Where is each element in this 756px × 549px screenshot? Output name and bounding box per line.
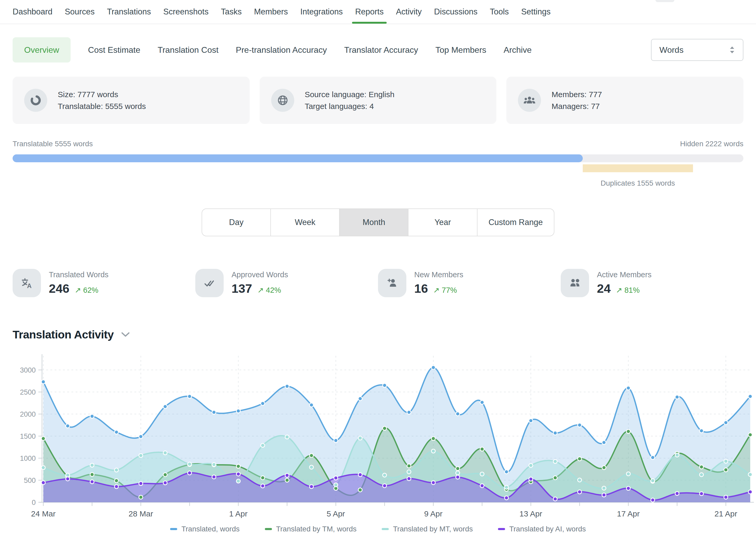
legend-swatch — [265, 528, 272, 530]
globe-icon — [271, 89, 294, 112]
unit-select-value: Words — [659, 45, 684, 55]
range-tab-month[interactable]: Month — [340, 209, 408, 236]
nav-item-discussions[interactable]: Discussions — [434, 0, 477, 24]
legend-swatch — [498, 528, 505, 530]
range-tab-year[interactable]: Year — [408, 209, 477, 236]
svg-text:13 Apr: 13 Apr — [519, 509, 542, 518]
chart-legend: Translated, words Translated by TM, word… — [0, 523, 756, 535]
summary-card-size: Size: 7777 words Translatable: 5555 word… — [13, 77, 250, 124]
range-tabs: Day Week Month Year Custom Range — [202, 208, 554, 236]
legend-swatch — [382, 528, 389, 530]
legend-label: Translated by AI, words — [509, 525, 586, 533]
metric-translated-words: A Translated Words 246 ↗ 62% — [13, 269, 195, 297]
metric-cards: A Translated Words 246 ↗ 62% Approved Wo… — [13, 269, 743, 297]
range-tab-day[interactable]: Day — [202, 209, 271, 236]
metric-active-members: Active Members 24 ↗ 81% — [561, 269, 743, 297]
words-progress: Translatable 5555 words Hidden 2222 word… — [13, 140, 743, 186]
donut-icon — [24, 89, 47, 112]
legend-item-ai[interactable]: Translated by AI, words — [498, 525, 586, 533]
nav-item-screenshots[interactable]: Screenshots — [163, 0, 208, 24]
hidden-label: Hidden 2222 words — [680, 140, 743, 148]
duplicates-label: Duplicates 1555 words — [601, 179, 675, 187]
legend-item-mt[interactable]: Translated by MT, words — [382, 525, 473, 533]
activity-section-header: Translation Activity — [13, 328, 743, 341]
metric-delta: ↗ 62% — [75, 286, 98, 295]
summary-card-languages: Source language: English Target language… — [260, 77, 497, 124]
svg-text:2000: 2000 — [20, 410, 36, 418]
section-title: Translation Activity — [13, 328, 114, 341]
nav-item-dashboard[interactable]: Dashboard — [13, 0, 53, 24]
svg-text:1500: 1500 — [20, 432, 36, 440]
nav-item-sources[interactable]: Sources — [65, 0, 95, 24]
metric-delta: ↗ 77% — [433, 286, 457, 295]
nav-item-reports[interactable]: Reports — [355, 0, 384, 24]
legend-swatch — [170, 528, 177, 530]
sort-arrows-icon — [729, 46, 735, 54]
svg-text:0: 0 — [32, 499, 36, 506]
svg-text:2500: 2500 — [20, 388, 36, 396]
tab-pretranslation-accuracy[interactable]: Pre-translation Accuracy — [236, 45, 327, 55]
legend-item-tm[interactable]: Translated by TM, words — [265, 525, 357, 533]
svg-text:A: A — [27, 282, 31, 289]
svg-text:21 Apr: 21 Apr — [715, 509, 737, 518]
svg-text:9 Apr: 9 Apr — [424, 509, 443, 518]
legend-label: Translated, words — [181, 525, 240, 533]
legend-item-translated[interactable]: Translated, words — [170, 525, 240, 533]
metric-approved-words: Approved Words 137 ↗ 42% — [195, 269, 378, 297]
translatable-line: Translatable: 5555 words — [58, 100, 146, 112]
svg-text:1000: 1000 — [20, 454, 36, 462]
metric-label: Translated Words — [49, 270, 108, 279]
metric-delta: ↗ 81% — [616, 286, 639, 295]
unit-select[interactable]: Words — [651, 39, 743, 61]
duplicates-bar — [583, 164, 693, 172]
tab-translator-accuracy[interactable]: Translator Accuracy — [344, 45, 418, 55]
tab-archive[interactable]: Archive — [504, 45, 532, 55]
metric-label: New Members — [414, 270, 463, 279]
metric-value: 16 — [414, 281, 428, 296]
metric-label: Approved Words — [232, 270, 288, 279]
nav-item-integrations[interactable]: Integrations — [300, 0, 343, 24]
summary-card-members: Members: 777 Managers: 77 — [506, 77, 743, 124]
top-nav: Dashboard Sources Translations Screensho… — [0, 0, 756, 24]
nav-item-tools[interactable]: Tools — [490, 0, 509, 24]
tab-top-members[interactable]: Top Members — [435, 45, 486, 55]
translate-icon: A — [13, 269, 41, 297]
cutoff-toolbar-sliver — [655, 0, 674, 2]
tab-translation-cost[interactable]: Translation Cost — [158, 45, 219, 55]
tab-cost-estimate[interactable]: Cost Estimate — [88, 45, 140, 55]
members-line: Members: 777 — [552, 88, 602, 100]
svg-text:1 Apr: 1 Apr — [229, 509, 248, 518]
person-add-icon — [378, 269, 406, 297]
reports-page: Dashboard Sources Translations Screensho… — [0, 0, 756, 549]
managers-line: Managers: 77 — [552, 100, 602, 112]
range-tab-custom-range[interactable]: Custom Range — [477, 209, 554, 236]
svg-text:500: 500 — [24, 477, 36, 484]
metric-delta: ↗ 42% — [257, 286, 281, 295]
nav-item-translations[interactable]: Translations — [107, 0, 151, 24]
activity-chart: 05001000150020002500300024 Mar28 Mar1 Ap… — [0, 345, 756, 523]
progress-track — [13, 154, 743, 162]
source-language-line: Source language: English — [305, 88, 395, 100]
legend-label: Translated by TM, words — [276, 525, 357, 533]
metric-new-members: New Members 16 ↗ 77% — [378, 269, 561, 297]
translatable-label: Translatable 5555 words — [13, 140, 93, 148]
range-tab-week[interactable]: Week — [271, 209, 340, 236]
progress-fill — [13, 154, 583, 162]
metric-value: 246 — [49, 281, 69, 296]
summary-cards: Size: 7777 words Translatable: 5555 word… — [13, 77, 743, 124]
svg-text:17 Apr: 17 Apr — [617, 509, 640, 518]
chevron-down-icon[interactable] — [121, 332, 130, 337]
target-languages-line: Target languages: 4 — [305, 100, 395, 112]
nav-item-activity[interactable]: Activity — [396, 0, 422, 24]
people-pair-icon — [561, 269, 589, 297]
nav-item-members[interactable]: Members — [254, 0, 288, 24]
metric-value: 137 — [232, 281, 252, 296]
nav-item-settings[interactable]: Settings — [521, 0, 550, 24]
tab-overview[interactable]: Overview — [13, 37, 71, 62]
svg-text:24 Mar: 24 Mar — [31, 509, 55, 518]
svg-text:28 Mar: 28 Mar — [129, 509, 153, 518]
svg-text:3000: 3000 — [20, 366, 36, 374]
nav-item-tasks[interactable]: Tasks — [221, 0, 241, 24]
legend-label: Translated by MT, words — [393, 525, 473, 533]
double-check-icon — [195, 269, 224, 297]
